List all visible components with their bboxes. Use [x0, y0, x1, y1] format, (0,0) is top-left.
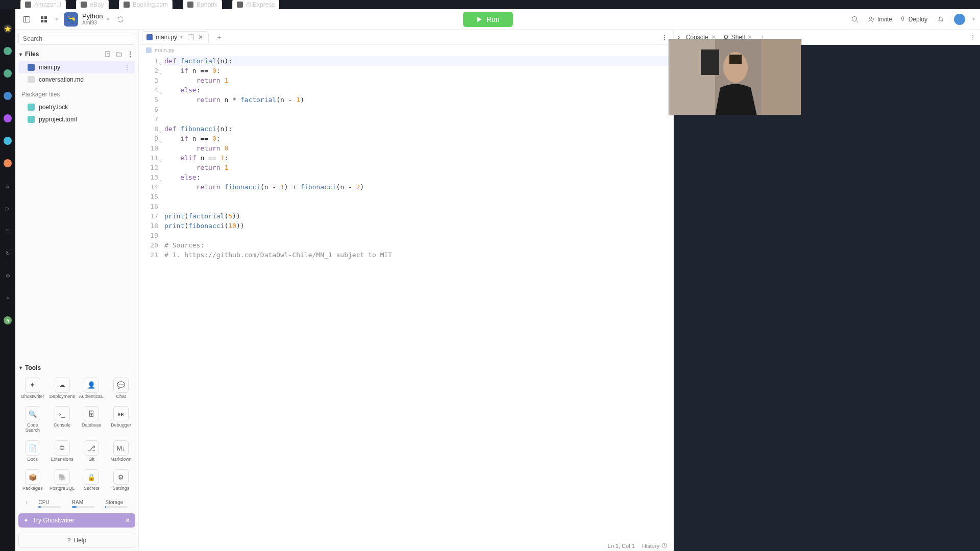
activity-icon[interactable]: [4, 159, 12, 167]
cpu-label: CPU: [38, 499, 49, 505]
sidebar-toggle-icon[interactable]: [20, 13, 33, 26]
expand-icon[interactable]: ›: [26, 499, 28, 508]
svg-rect-16: [729, 55, 742, 64]
search-icon[interactable]: [849, 13, 861, 26]
svg-rect-5: [44, 20, 47, 22]
file-item-main-py[interactable]: main.py ⋮: [18, 61, 135, 73]
console-output[interactable]: 120 55: [674, 45, 980, 551]
history-button[interactable]: History: [642, 543, 667, 549]
activity-icon[interactable]: ⭐: [4, 24, 12, 33]
cursor-position: Ln 1, Col 1: [608, 543, 635, 549]
close-tab-icon[interactable]: ✕: [197, 34, 204, 41]
tool-icon: 🔒: [84, 469, 99, 485]
tool-chat[interactable]: 💬Chat: [107, 374, 135, 403]
tool-postgresql[interactable]: 🐘PostgreSQL: [48, 466, 77, 494]
tool-icon: 🗄: [84, 406, 99, 421]
tool-icon: M↓: [113, 440, 129, 456]
code-editor[interactable]: 1⌄2⌄34⌄5678⌄9⌄1011⌄1213⌄1415161718192021…: [139, 55, 673, 540]
new-folder-icon[interactable]: [115, 50, 123, 58]
activity-icon[interactable]: [4, 92, 12, 100]
gear-icon[interactable]: ⚙: [4, 271, 12, 280]
tool-deployments[interactable]: ☁Deployments: [48, 374, 77, 403]
deploy-button[interactable]: Deploy: [899, 16, 927, 23]
tool-label: Ghostwriter: [21, 394, 44, 399]
more-icon[interactable]: ⋮: [124, 64, 130, 71]
editor-tab-bar: main.py ▾ ✕ ＋ ⋮: [139, 30, 673, 45]
help-button[interactable]: ? Help: [18, 533, 135, 548]
chevron-down-icon[interactable]: ▾: [180, 34, 183, 40]
python-file-icon: [28, 64, 35, 71]
close-icon[interactable]: ✕: [125, 517, 130, 524]
layout-icon[interactable]: [38, 13, 50, 26]
tool-secrets[interactable]: 🔒Secrets: [78, 466, 106, 494]
tool-label: Git: [89, 457, 95, 462]
split-icon[interactable]: [188, 34, 194, 40]
file-item-conversation-md[interactable]: conversation.md: [18, 73, 135, 86]
file-item-pyproject-toml[interactable]: pyproject.toml: [18, 113, 135, 126]
more-icon[interactable]: ⋮: [970, 34, 976, 41]
tools-section-header[interactable]: ▾ Tools: [15, 362, 138, 373]
play-icon: [476, 16, 482, 22]
tool-docs[interactable]: 📄Docs: [18, 437, 47, 465]
packager-files-label: Packager files: [15, 87, 138, 100]
run-button[interactable]: Run: [463, 12, 513, 27]
add-tab-button[interactable]: ＋: [213, 32, 226, 43]
activity-icon[interactable]: ↻: [4, 249, 12, 257]
tool-icon: 💬: [113, 378, 129, 393]
tool-packages[interactable]: 📦Packages: [18, 466, 47, 494]
tool-icon: ☁: [55, 378, 70, 393]
app-header: ▾ Python Arni93 ▾ Run: [15, 9, 980, 30]
tool-git[interactable]: ⎇Git: [78, 437, 106, 465]
activity-icon[interactable]: ▷: [4, 204, 12, 212]
tool-extensions[interactable]: ⧉Extensions: [48, 437, 77, 465]
activity-icon[interactable]: [4, 69, 12, 78]
webcam-overlay[interactable]: [669, 39, 801, 115]
user-plus-icon: [868, 16, 875, 22]
tool-icon: 👤: [84, 378, 99, 393]
project-selector[interactable]: Python Arni93 ▾: [64, 12, 109, 27]
tool-code-search[interactable]: 🔍Code Search: [18, 403, 47, 436]
svg-rect-14: [701, 49, 719, 75]
tool-label: Chat: [116, 394, 126, 399]
tool-label: Packages: [22, 486, 43, 491]
tool-debugger[interactable]: ⏭Debugger: [107, 403, 135, 436]
tool-icon: ⚙: [113, 469, 129, 485]
tool-ghostwriter[interactable]: ✦Ghostwriter: [18, 374, 47, 403]
ghostwriter-banner[interactable]: ✦ Try Ghostwriter ✕: [18, 513, 135, 528]
sync-icon[interactable]: [114, 13, 127, 26]
tool-icon: ⏭: [113, 406, 129, 421]
editor-tab-main-py[interactable]: main.py ▾ ✕: [142, 31, 209, 43]
tool-icon: ✦: [25, 378, 40, 393]
history-icon: [662, 543, 667, 548]
tool-markdown[interactable]: M↓Markdown: [107, 437, 135, 465]
activity-icon[interactable]: [4, 137, 12, 145]
svg-rect-0: [23, 16, 30, 22]
activity-icon[interactable]: [4, 114, 12, 122]
search-input[interactable]: [18, 33, 135, 45]
tool-label: Markdown: [110, 457, 132, 462]
bell-icon[interactable]: [935, 13, 947, 26]
activity-icon[interactable]: ♡: [4, 227, 12, 235]
browser-tab-strip: Amazon.it eBay Booking.com Bonprix AliEx…: [0, 0, 980, 9]
user-avatar[interactable]: [954, 14, 965, 25]
tool-label: PostgreSQL: [50, 486, 75, 491]
tool-database[interactable]: 🗄Database: [78, 403, 106, 436]
more-icon[interactable]: ⋮: [126, 50, 134, 58]
tool-label: Extensions: [51, 457, 74, 462]
file-item-poetry-lock[interactable]: poetry.lock: [18, 101, 135, 113]
python-file-icon: [146, 34, 153, 40]
tool-authenticat-[interactable]: 👤Authenticat...: [78, 374, 106, 403]
tool-icon: 🔍: [25, 406, 40, 421]
activity-icon[interactable]: a: [4, 316, 12, 324]
tool-settings[interactable]: ⚙Settings: [107, 466, 135, 494]
activity-icon[interactable]: [4, 47, 12, 55]
tool-console[interactable]: ›_Console: [48, 403, 77, 436]
new-file-icon[interactable]: [104, 50, 112, 58]
invite-button[interactable]: Invite: [868, 16, 892, 23]
sparkle-icon: ✦: [23, 517, 29, 524]
activity-icon[interactable]: ✧: [4, 294, 12, 302]
files-section-header[interactable]: ▾ Files ⋮: [15, 48, 138, 60]
tool-label: Debugger: [111, 423, 131, 428]
activity-icon[interactable]: ⌂: [4, 182, 12, 190]
tool-icon: ⎇: [84, 440, 99, 456]
